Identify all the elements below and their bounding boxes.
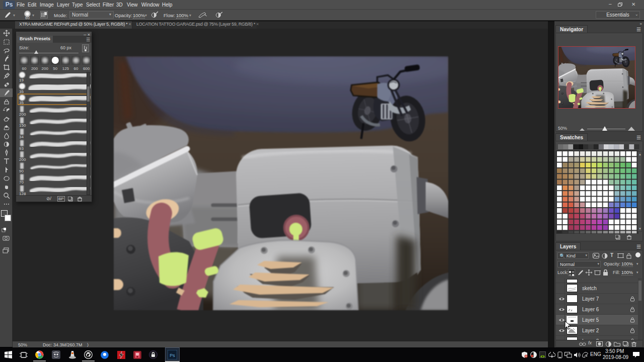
svg-text:Ps: Ps xyxy=(170,353,175,358)
svg-text:50: 50 xyxy=(53,66,57,71)
svg-text:35: 35 xyxy=(19,89,24,94)
svg-text:60: 60 xyxy=(74,66,78,71)
svg-text:70: 70 xyxy=(19,180,24,185)
svg-text:93: 93 xyxy=(19,146,24,151)
svg-text:200: 200 xyxy=(19,157,26,162)
svg-text:60: 60 xyxy=(22,66,27,71)
svg-text:200: 200 xyxy=(19,112,26,117)
svg-text:90: 90 xyxy=(19,169,24,173)
svg-text:200: 200 xyxy=(31,66,38,71)
svg-text:200: 200 xyxy=(42,66,49,71)
svg-text:600: 600 xyxy=(83,66,90,71)
svg-text:150: 150 xyxy=(19,123,26,128)
svg-text:34: 34 xyxy=(19,135,24,139)
svg-text:125: 125 xyxy=(62,66,69,71)
svg-text:19: 19 xyxy=(19,78,24,82)
